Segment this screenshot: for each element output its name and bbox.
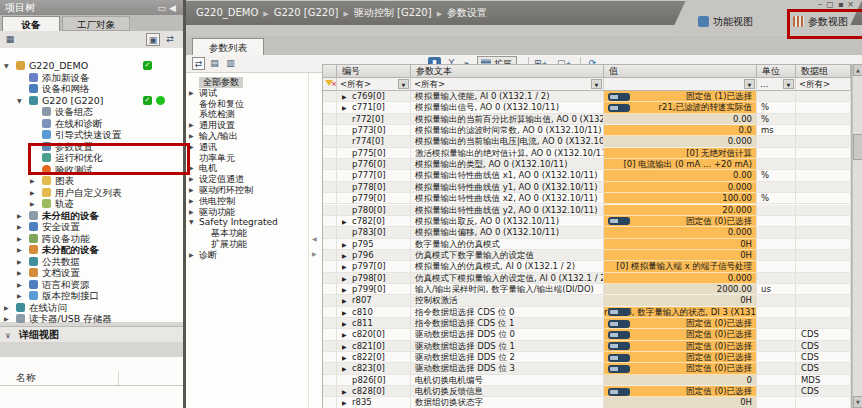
collapse-panel-icon[interactable]: ◀	[169, 3, 179, 13]
tree-item[interactable]: ▶版本控制接口	[0, 290, 183, 302]
dropdown-icon[interactable]: ▼	[591, 79, 602, 89]
param-nav-item[interactable]: ▶设定值通道	[186, 174, 308, 185]
expand-closed-icon[interactable]: ▶	[189, 207, 194, 218]
expand-closed-icon[interactable]: ▶	[342, 216, 347, 227]
param-nav-item[interactable]: ▶诊断	[186, 250, 308, 261]
param-nav-item[interactable]: ▶调试	[186, 88, 308, 99]
expand-closed-icon[interactable]: ▶	[342, 363, 347, 374]
group-filter[interactable]: <所有>	[796, 78, 851, 91]
pin-panel-icon[interactable]: ▭	[158, 3, 170, 13]
splitter-left-icon[interactable]: ◀	[312, 235, 317, 242]
tree-item[interactable]: ▶读卡器/USB 存储器	[0, 313, 183, 325]
param-number[interactable]: p826[0]	[337, 375, 411, 386]
param-number[interactable]: ▶r807	[337, 295, 411, 306]
expand-closed-icon[interactable]: ▶	[189, 120, 194, 131]
tree-item[interactable]: ▶在线访问	[0, 302, 183, 314]
param-value[interactable]: 固定值 (0)已选择	[604, 386, 757, 397]
param-number[interactable]: ▶c811	[337, 318, 411, 329]
param-number[interactable]: ▶p798[0]	[337, 273, 411, 284]
tree-item[interactable]: ▶用户自定义列表	[0, 187, 183, 199]
dropdown-icon[interactable]: ▼	[398, 79, 409, 89]
expand-open-icon[interactable]: ▼	[189, 217, 194, 228]
value-filter[interactable]: ▼	[604, 78, 757, 91]
pane-split-icon[interactable]: ⇄	[192, 57, 205, 70]
tree-refresh-icon[interactable]: ⇄	[163, 33, 177, 46]
filter-gutter[interactable]: ×	[323, 78, 337, 91]
expand-closed-icon[interactable]: ▶	[17, 279, 22, 291]
param-value[interactable]: 固定值 (0)已选择	[604, 341, 757, 352]
bico-toggle-icon[interactable]	[608, 217, 630, 225]
param-nav-item[interactable]: ▶供电控制	[186, 196, 308, 207]
bico-toggle-icon[interactable]	[608, 365, 630, 373]
tab-devices[interactable]: 设备	[2, 16, 60, 31]
scrollbar-thumb[interactable]	[853, 134, 862, 160]
param-value[interactable]: 0.0	[604, 125, 757, 136]
function-view-button[interactable]: 功能视图	[698, 11, 753, 32]
param-value[interactable]: 0.00	[604, 170, 757, 181]
splitter-right-icon[interactable]: ▶	[312, 250, 317, 257]
tree-item[interactable]: ▶语言和资源	[0, 279, 183, 291]
param-value[interactable]: 0H	[604, 250, 757, 261]
expand-closed-icon[interactable]: ▶	[342, 284, 347, 295]
breadcrumb-item[interactable]: 参数设置	[447, 7, 487, 18]
param-number[interactable]: p777[0]	[337, 170, 411, 181]
param-nav-item[interactable]: 功率单元	[186, 153, 308, 164]
tree-view-icon[interactable]: ▣	[146, 33, 160, 46]
bico-toggle-icon[interactable]	[608, 388, 630, 396]
expand-closed-icon[interactable]: ▶	[17, 210, 22, 222]
expand-closed-icon[interactable]: ▶	[342, 341, 347, 352]
param-number[interactable]: ▶p795	[337, 239, 411, 250]
param-nav-item[interactable]: 扩展功能	[186, 239, 308, 250]
param-number[interactable]: p778[0]	[337, 182, 411, 193]
param-number[interactable]: ▶c820[0]	[337, 329, 411, 340]
expand-closed-icon[interactable]: ▶	[30, 187, 35, 199]
expand-closed-icon[interactable]: ▶	[342, 307, 347, 318]
unit-filter[interactable]: …▼	[757, 78, 796, 91]
param-value[interactable]: [0] 无绝对值计算	[604, 148, 757, 159]
tree-item[interactable]: ▶文档设置	[0, 267, 183, 279]
scroll-up-icon[interactable]: ▲	[853, 64, 862, 76]
param-value[interactable]: 固定值 (1)已选择	[604, 91, 757, 102]
expand-closed-icon[interactable]: ▶	[189, 185, 194, 196]
expand-closed-icon[interactable]: ▶	[342, 386, 347, 397]
bico-toggle-icon[interactable]	[608, 93, 630, 101]
expand-closed-icon[interactable]: ▶	[4, 313, 9, 325]
tree-item[interactable]: 在线和诊断	[0, 118, 183, 130]
column-header[interactable]: 单位	[757, 65, 796, 78]
tab-plant-objects[interactable]: 工厂对象	[62, 16, 130, 31]
tree-item[interactable]: 添加新设备	[0, 72, 183, 84]
param-value[interactable]: 固定值 (0)已选择	[604, 318, 757, 329]
expand-closed-icon[interactable]: ▶	[17, 256, 22, 268]
param-number[interactable]: p779[0]	[337, 193, 411, 204]
expand-open-icon[interactable]: ▼	[4, 60, 9, 72]
tree-item[interactable]: 设备组态	[0, 106, 183, 118]
param-number[interactable]: ▶p796	[337, 250, 411, 261]
param-nav-item[interactable]: 系统检测	[186, 109, 308, 120]
expand-closed-icon[interactable]: ▶	[342, 318, 347, 329]
bico-toggle-icon[interactable]	[608, 104, 630, 112]
param-value[interactable]: 0.000	[604, 273, 757, 284]
expand-closed-icon[interactable]: ▶	[342, 261, 347, 272]
expand-all-icon[interactable]: ▥	[224, 57, 237, 70]
param-number[interactable]: ▶c769[0]	[337, 91, 411, 102]
param-nav-item[interactable]: 基本功能	[186, 228, 308, 239]
expand-closed-icon[interactable]: ▶	[342, 295, 347, 306]
bico-toggle-icon[interactable]	[608, 320, 630, 328]
bico-toggle-icon[interactable]	[608, 354, 630, 362]
param-number[interactable]: ▶c823[0]	[337, 363, 411, 374]
expand-open-icon[interactable]: ▼	[17, 95, 22, 107]
expand-closed-icon[interactable]: ▶	[342, 102, 347, 113]
param-number[interactable]: p773[0]	[337, 125, 411, 136]
expand-closed-icon[interactable]: ▶	[342, 329, 347, 340]
param-value[interactable]: 固定值 (0)已选择	[604, 329, 757, 340]
param-nav-item[interactable]: 全部参数	[186, 77, 308, 88]
tree-item[interactable]: ▼G220 [G220]✓	[0, 95, 183, 107]
bico-toggle-icon[interactable]	[608, 308, 630, 316]
param-value[interactable]: r21,已滤波的转速实际值	[604, 102, 757, 113]
param-nav-item[interactable]: ▶驱动闭环控制	[186, 185, 308, 196]
param-nav-item[interactable]: ▶电机	[186, 163, 308, 174]
expand-closed-icon[interactable]: ▶	[342, 91, 347, 102]
param-number[interactable]: p783[0]	[337, 227, 411, 238]
param-number[interactable]: ▶c782[0]	[337, 216, 411, 227]
param-number[interactable]: ▶r835	[337, 397, 411, 408]
